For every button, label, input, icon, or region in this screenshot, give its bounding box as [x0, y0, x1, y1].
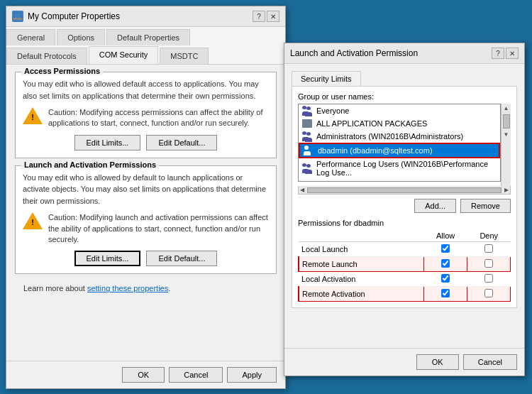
perm-dialog-title: Launch and Activation Permission — [290, 48, 418, 58]
access-permissions-desc: You may edit who is allowed default acce… — [23, 78, 269, 102]
checkbox-deny-remote-activation[interactable] — [484, 289, 493, 297]
remove-button[interactable]: Remove — [460, 199, 511, 213]
access-edit-default-button[interactable]: Edit Default... — [146, 135, 217, 151]
perm-close-button[interactable]: ✕ — [506, 48, 519, 59]
perm-name-remote-launch: Remote Launch — [299, 257, 423, 272]
main-cancel-button[interactable]: Cancel — [169, 367, 223, 383]
launch-edit-default-button[interactable]: Edit Default... — [146, 251, 217, 266]
perm-help-button[interactable]: ? — [492, 48, 504, 59]
perm-row-remote-launch: Remote Launch — [299, 257, 511, 272]
user-list-scrollbar[interactable]: ▲ ▼ — [501, 104, 511, 186]
user-list: Everyone ALL APPLICATION PACKAGES — [298, 104, 501, 182]
launch-edit-limits-button[interactable]: Edit Limits... — [74, 251, 141, 266]
caution-exclaim: ! — [31, 113, 34, 121]
perm-deny-local-activation — [467, 272, 511, 287]
group-user-names-label: Group or user names: — [298, 92, 511, 101]
access-caution-row: ! Caution: Modifying access permissions … — [23, 107, 269, 129]
launch-permissions-desc: You may edit who is allowed by default t… — [23, 172, 269, 207]
user-item-admins-label: Administrators (WIN2016B\Administrators) — [316, 132, 463, 141]
scroll-down-arrow[interactable]: ▼ — [502, 130, 511, 139]
checkbox-deny-local-activation[interactable] — [484, 274, 493, 283]
tab-options[interactable]: Options — [57, 29, 105, 45]
access-caution-icon: ! — [23, 107, 43, 127]
perm-cancel-button[interactable]: Cancel — [463, 354, 517, 370]
user-item-everyone[interactable]: Everyone — [299, 104, 500, 117]
add-remove-row: Add... Remove — [298, 199, 511, 213]
tab-default-properties[interactable]: Default Properties — [106, 29, 190, 45]
launch-btn-row: Edit Limits... Edit Default... — [23, 251, 269, 266]
launch-caution-text: Caution: Modifying launch and activation… — [48, 212, 269, 245]
user-list-wrapper: Everyone ALL APPLICATION PACKAGES — [298, 104, 511, 186]
access-edit-limits-button[interactable]: Edit Limits... — [74, 135, 141, 151]
perm-col-allow: Allow — [423, 230, 467, 242]
learn-more-link[interactable]: setting these properties — [87, 284, 168, 292]
user-item-administrators[interactable]: Administrators (WIN2016B\Administrators) — [299, 130, 500, 143]
user-item-dbadmin-label: dbadmin (dbadmin@sqltest.com) — [318, 146, 433, 155]
user-icon-perflog — [301, 163, 313, 173]
learn-more: Learn more about setting these propertie… — [15, 281, 277, 295]
main-ok-button[interactable]: OK — [122, 367, 165, 383]
checkbox-deny-remote-launch[interactable] — [484, 259, 493, 268]
user-icon-dbadmin — [303, 146, 314, 155]
perm-title-controls: ? ✕ — [492, 48, 519, 59]
checkbox-deny-local-launch[interactable] — [484, 244, 493, 253]
scroll-up-arrow[interactable]: ▲ — [502, 104, 511, 113]
dialog-icon — [12, 11, 23, 22]
help-button[interactable]: ? — [253, 11, 265, 22]
user-item-everyone-label: Everyone — [316, 106, 349, 115]
access-permissions-label: Access Permissions — [21, 67, 103, 75]
perm-tab-security-limits[interactable]: Security Limits — [292, 71, 361, 86]
svg-rect-1 — [13, 18, 22, 20]
hscroll-right-arrow[interactable]: ▶ — [503, 187, 510, 193]
perm-deny-remote-launch — [467, 257, 511, 272]
add-button[interactable]: Add... — [414, 199, 456, 213]
main-apply-button[interactable]: Apply — [227, 367, 277, 383]
tab-row-2: Default Protocols COM Security MSDTC — [6, 45, 285, 64]
main-dialog: My Computer Properties ? ✕ General Optio… — [6, 6, 286, 389]
launch-permissions-label: Launch and Activation Permissions — [21, 160, 159, 169]
launch-caution-exclaim: ! — [31, 218, 34, 226]
user-item-all-app-packages[interactable]: ALL APPLICATION PACKAGES — [299, 117, 500, 130]
main-dialog-title: My Computer Properties — [28, 11, 120, 21]
launch-permissions-section: Launch and Activation Permissions You ma… — [15, 165, 277, 275]
close-button[interactable]: ✕ — [267, 11, 279, 22]
hscroll-thumb[interactable] — [307, 187, 501, 193]
perm-table-header: Allow Deny — [299, 230, 511, 242]
user-item-perflog[interactable]: Performance Log Users (WIN2016B\Performa… — [299, 158, 500, 178]
tab-general[interactable]: General — [6, 29, 55, 45]
perm-col-deny: Deny — [467, 230, 511, 242]
hscroll-left-arrow[interactable]: ◀ — [299, 187, 306, 193]
user-item-dbadmin[interactable]: dbadmin (dbadmin@sqltest.com) — [299, 143, 500, 158]
perm-content: Security Limits Group or user names: Eve… — [284, 64, 524, 314]
user-item-perflog-label: Performance Log Users (WIN2016B\Performa… — [316, 160, 497, 177]
launch-caution-row: ! Caution: Modifying launch and activati… — [23, 212, 269, 245]
perm-row-remote-activation: Remote Activation — [299, 287, 511, 302]
perm-row-local-activation: Local Activation — [299, 272, 511, 287]
pkg-icon-all — [301, 119, 313, 128]
perm-title-left: Launch and Activation Permission — [290, 48, 418, 58]
perm-row-local-launch: Local Launch — [299, 242, 511, 257]
title-controls: ? ✕ — [253, 11, 279, 22]
perm-header-row: Allow Deny — [299, 230, 511, 242]
perm-bottom-bar: OK Cancel — [284, 348, 524, 376]
perm-ok-button[interactable]: OK — [416, 354, 459, 370]
learn-more-period: . — [168, 284, 170, 292]
perm-allow-local-launch — [423, 242, 467, 257]
perm-allow-remote-activation — [423, 287, 467, 302]
hscroll-bar[interactable]: ◀ ▶ — [298, 186, 511, 195]
perm-table-body: Local Launch Remote Launch Local Activat… — [299, 242, 511, 302]
checkbox-allow-local-activation[interactable] — [441, 274, 450, 283]
perm-allow-remote-launch — [423, 257, 467, 272]
perm-allow-local-activation — [423, 272, 467, 287]
access-caution-text: Caution: Modifying access permissions ca… — [48, 107, 269, 129]
checkbox-allow-local-launch[interactable] — [441, 244, 450, 253]
scroll-thumb[interactable] — [503, 114, 510, 128]
checkbox-allow-remote-activation[interactable] — [441, 289, 450, 297]
user-item-all-packages-label: ALL APPLICATION PACKAGES — [316, 119, 427, 128]
tab-msdtc[interactable]: MSDTC — [160, 48, 209, 64]
svg-rect-0 — [14, 13, 21, 18]
checkbox-allow-remote-launch[interactable] — [441, 259, 450, 268]
title-bar-left: My Computer Properties — [12, 11, 120, 22]
tab-com-security[interactable]: COM Security — [89, 46, 158, 64]
tab-default-protocols[interactable]: Default Protocols — [6, 48, 87, 64]
